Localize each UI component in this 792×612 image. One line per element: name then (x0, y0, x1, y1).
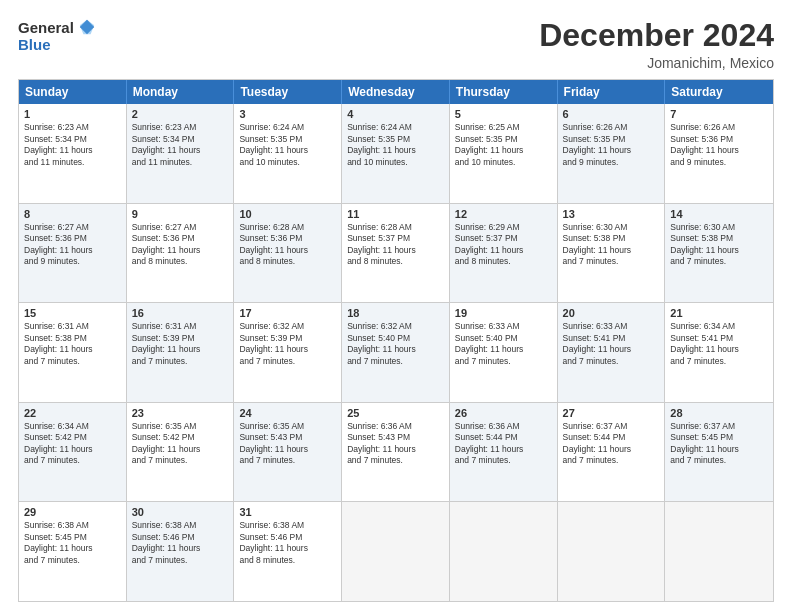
cell-info: Sunrise: 6:31 AMSunset: 5:38 PMDaylight:… (24, 321, 121, 367)
cell-info: Sunrise: 6:37 AMSunset: 5:44 PMDaylight:… (563, 421, 660, 467)
cell-5-wed-empty (342, 502, 450, 601)
cell-2-sat: 14 Sunrise: 6:30 AMSunset: 5:38 PMDaylig… (665, 204, 773, 303)
day-num: 13 (563, 208, 660, 220)
cell-4-mon: 23 Sunrise: 6:35 AMSunset: 5:42 PMDaylig… (127, 403, 235, 502)
cell-1-mon: 2 Sunrise: 6:23 AMSunset: 5:34 PMDayligh… (127, 104, 235, 203)
cell-info: Sunrise: 6:24 AMSunset: 5:35 PMDaylight:… (239, 122, 336, 168)
cell-info: Sunrise: 6:23 AMSunset: 5:34 PMDaylight:… (24, 122, 121, 168)
day-num: 29 (24, 506, 121, 518)
day-num: 19 (455, 307, 552, 319)
calendar-body: 1 Sunrise: 6:23 AMSunset: 5:34 PMDayligh… (19, 104, 773, 601)
cell-1-wed: 4 Sunrise: 6:24 AMSunset: 5:35 PMDayligh… (342, 104, 450, 203)
cell-info: Sunrise: 6:32 AMSunset: 5:40 PMDaylight:… (347, 321, 444, 367)
cell-1-thu: 5 Sunrise: 6:25 AMSunset: 5:35 PMDayligh… (450, 104, 558, 203)
calendar: Sunday Monday Tuesday Wednesday Thursday… (18, 79, 774, 602)
cell-1-sat: 7 Sunrise: 6:26 AMSunset: 5:36 PMDayligh… (665, 104, 773, 203)
cell-info: Sunrise: 6:36 AMSunset: 5:44 PMDaylight:… (455, 421, 552, 467)
cell-info: Sunrise: 6:28 AMSunset: 5:36 PMDaylight:… (239, 222, 336, 268)
cell-2-mon: 9 Sunrise: 6:27 AMSunset: 5:36 PMDayligh… (127, 204, 235, 303)
day-num: 20 (563, 307, 660, 319)
cell-4-tue: 24 Sunrise: 6:35 AMSunset: 5:43 PMDaylig… (234, 403, 342, 502)
day-num: 17 (239, 307, 336, 319)
cell-info: Sunrise: 6:28 AMSunset: 5:37 PMDaylight:… (347, 222, 444, 268)
week-1: 1 Sunrise: 6:23 AMSunset: 5:34 PMDayligh… (19, 104, 773, 203)
header-thursday: Thursday (450, 80, 558, 104)
header-saturday: Saturday (665, 80, 773, 104)
cell-info: Sunrise: 6:38 AMSunset: 5:46 PMDaylight:… (132, 520, 229, 566)
cell-info: Sunrise: 6:36 AMSunset: 5:43 PMDaylight:… (347, 421, 444, 467)
cell-info: Sunrise: 6:27 AMSunset: 5:36 PMDaylight:… (24, 222, 121, 268)
day-num: 31 (239, 506, 336, 518)
day-num: 8 (24, 208, 121, 220)
cell-info: Sunrise: 6:38 AMSunset: 5:45 PMDaylight:… (24, 520, 121, 566)
cell-info: Sunrise: 6:32 AMSunset: 5:39 PMDaylight:… (239, 321, 336, 367)
header-sunday: Sunday (19, 80, 127, 104)
title-block: December 2024 Jomanichim, Mexico (539, 18, 774, 71)
cell-5-sat-empty (665, 502, 773, 601)
calendar-header-row: Sunday Monday Tuesday Wednesday Thursday… (19, 80, 773, 104)
cell-3-tue: 17 Sunrise: 6:32 AMSunset: 5:39 PMDaylig… (234, 303, 342, 402)
day-num: 23 (132, 407, 229, 419)
day-num: 11 (347, 208, 444, 220)
day-num: 7 (670, 108, 768, 120)
day-num: 28 (670, 407, 768, 419)
cell-info: Sunrise: 6:24 AMSunset: 5:35 PMDaylight:… (347, 122, 444, 168)
cell-5-mon: 30 Sunrise: 6:38 AMSunset: 5:46 PMDaylig… (127, 502, 235, 601)
header-tuesday: Tuesday (234, 80, 342, 104)
logo: General Blue (18, 18, 96, 53)
cell-1-sun: 1 Sunrise: 6:23 AMSunset: 5:34 PMDayligh… (19, 104, 127, 203)
header: General Blue December 2024 Jomanichim, M… (18, 18, 774, 71)
cell-info: Sunrise: 6:31 AMSunset: 5:39 PMDaylight:… (132, 321, 229, 367)
logo-icon (78, 18, 96, 36)
cell-info: Sunrise: 6:27 AMSunset: 5:36 PMDaylight:… (132, 222, 229, 268)
cell-1-tue: 3 Sunrise: 6:24 AMSunset: 5:35 PMDayligh… (234, 104, 342, 203)
cell-4-wed: 25 Sunrise: 6:36 AMSunset: 5:43 PMDaylig… (342, 403, 450, 502)
location: Jomanichim, Mexico (539, 55, 774, 71)
day-num: 16 (132, 307, 229, 319)
svg-marker-1 (80, 20, 94, 34)
day-num: 27 (563, 407, 660, 419)
cell-1-fri: 6 Sunrise: 6:26 AMSunset: 5:35 PMDayligh… (558, 104, 666, 203)
logo-blue: Blue (18, 36, 51, 53)
day-num: 26 (455, 407, 552, 419)
day-num: 2 (132, 108, 229, 120)
cell-2-sun: 8 Sunrise: 6:27 AMSunset: 5:36 PMDayligh… (19, 204, 127, 303)
cell-info: Sunrise: 6:30 AMSunset: 5:38 PMDaylight:… (670, 222, 768, 268)
day-num: 14 (670, 208, 768, 220)
page: General Blue December 2024 Jomanichim, M… (0, 0, 792, 612)
cell-info: Sunrise: 6:33 AMSunset: 5:41 PMDaylight:… (563, 321, 660, 367)
cell-info: Sunrise: 6:38 AMSunset: 5:46 PMDaylight:… (239, 520, 336, 566)
cell-5-fri-empty (558, 502, 666, 601)
logo-general: General (18, 19, 74, 36)
day-num: 6 (563, 108, 660, 120)
cell-4-thu: 26 Sunrise: 6:36 AMSunset: 5:44 PMDaylig… (450, 403, 558, 502)
day-num: 12 (455, 208, 552, 220)
cell-5-thu-empty (450, 502, 558, 601)
cell-info: Sunrise: 6:26 AMSunset: 5:36 PMDaylight:… (670, 122, 768, 168)
day-num: 15 (24, 307, 121, 319)
day-num: 9 (132, 208, 229, 220)
cell-3-wed: 18 Sunrise: 6:32 AMSunset: 5:40 PMDaylig… (342, 303, 450, 402)
day-num: 3 (239, 108, 336, 120)
cell-5-sun: 29 Sunrise: 6:38 AMSunset: 5:45 PMDaylig… (19, 502, 127, 601)
cell-info: Sunrise: 6:35 AMSunset: 5:42 PMDaylight:… (132, 421, 229, 467)
day-num: 1 (24, 108, 121, 120)
cell-info: Sunrise: 6:34 AMSunset: 5:42 PMDaylight:… (24, 421, 121, 467)
day-num: 24 (239, 407, 336, 419)
cell-2-fri: 13 Sunrise: 6:30 AMSunset: 5:38 PMDaylig… (558, 204, 666, 303)
cell-info: Sunrise: 6:37 AMSunset: 5:45 PMDaylight:… (670, 421, 768, 467)
day-num: 21 (670, 307, 768, 319)
cell-info: Sunrise: 6:26 AMSunset: 5:35 PMDaylight:… (563, 122, 660, 168)
day-num: 22 (24, 407, 121, 419)
header-friday: Friday (558, 80, 666, 104)
cell-3-mon: 16 Sunrise: 6:31 AMSunset: 5:39 PMDaylig… (127, 303, 235, 402)
cell-2-tue: 10 Sunrise: 6:28 AMSunset: 5:36 PMDaylig… (234, 204, 342, 303)
month-title: December 2024 (539, 18, 774, 53)
cell-info: Sunrise: 6:30 AMSunset: 5:38 PMDaylight:… (563, 222, 660, 268)
cell-2-wed: 11 Sunrise: 6:28 AMSunset: 5:37 PMDaylig… (342, 204, 450, 303)
cell-info: Sunrise: 6:23 AMSunset: 5:34 PMDaylight:… (132, 122, 229, 168)
cell-3-thu: 19 Sunrise: 6:33 AMSunset: 5:40 PMDaylig… (450, 303, 558, 402)
cell-info: Sunrise: 6:33 AMSunset: 5:40 PMDaylight:… (455, 321, 552, 367)
cell-4-sun: 22 Sunrise: 6:34 AMSunset: 5:42 PMDaylig… (19, 403, 127, 502)
cell-info: Sunrise: 6:25 AMSunset: 5:35 PMDaylight:… (455, 122, 552, 168)
